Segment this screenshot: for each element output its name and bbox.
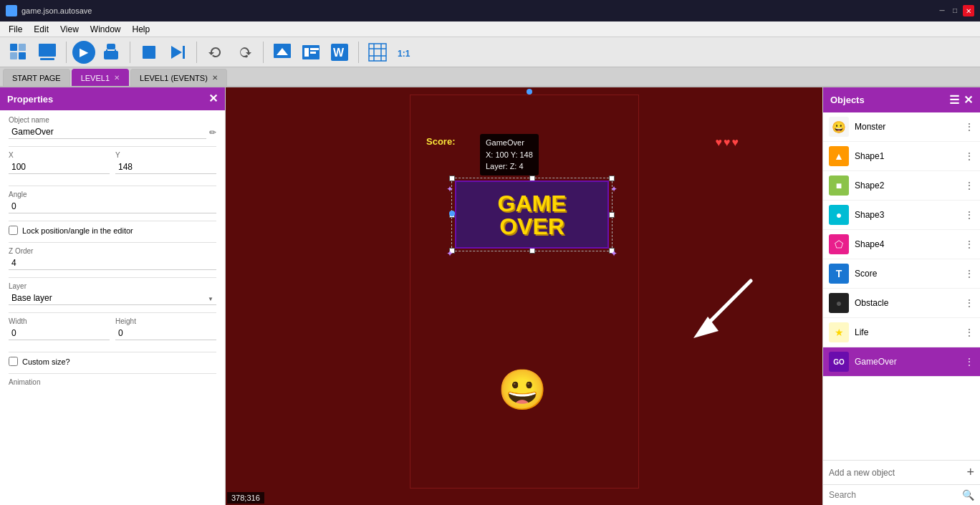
title-bar-left: game.json.autosave — [6, 5, 92, 16]
wh-row: Width Height — [9, 317, 216, 347]
object-item-shape1[interactable]: ▲ Shape1 ⋮ — [823, 142, 980, 171]
angle-input[interactable] — [9, 200, 216, 213]
blue-side-handle[interactable] — [449, 211, 455, 216]
handle-bm[interactable] — [529, 248, 535, 254]
object-menu-score[interactable]: ⋮ — [964, 268, 974, 279]
object-item-shape3[interactable]: ● Shape3 ⋮ — [823, 201, 980, 230]
object-item-obstacle[interactable]: ● Obstacle ⋮ — [823, 289, 980, 318]
wiki-button[interactable]: W — [327, 39, 352, 65]
main-layout: Properties ✕ Object name ✏ X Y — [0, 87, 980, 505]
divider-2 — [9, 186, 216, 186]
objects-close-icon[interactable]: ✕ — [964, 93, 973, 107]
tooltip-xy: X: 100 Y: 148 — [486, 149, 533, 161]
maximize-button[interactable]: □ — [950, 5, 960, 15]
toolbar-separator-2 — [130, 42, 130, 63]
object-menu-shape1[interactable]: ⋮ — [964, 150, 974, 162]
object-menu-shape4[interactable]: ⋮ — [964, 239, 974, 250]
stop-button[interactable] — [136, 39, 162, 65]
width-input[interactable] — [9, 327, 110, 340]
handle-tr[interactable] — [609, 175, 615, 181]
scale-button[interactable]: 1:1 — [393, 39, 419, 65]
object-menu-shape2[interactable]: ⋮ — [964, 180, 974, 191]
divider-8 — [9, 373, 216, 374]
object-name-input[interactable] — [9, 125, 206, 139]
object-menu-obstacle[interactable]: ⋮ — [964, 297, 974, 309]
lock-checkbox[interactable] — [9, 226, 18, 235]
angle-group: Angle — [9, 191, 216, 213]
object-name-shape4: Shape4 — [855, 239, 959, 249]
svg-text:W: W — [333, 47, 345, 59]
tab-start-page[interactable]: START PAGE — [3, 69, 70, 86]
zorder-input[interactable] — [9, 256, 216, 270]
object-item-gameover[interactable]: GO GameOver ⋮ — [823, 347, 980, 377]
menu-edit[interactable]: Edit — [28, 23, 54, 36]
x-input[interactable] — [9, 160, 110, 174]
svg-rect-4 — [39, 44, 56, 57]
object-menu-gameover[interactable]: ⋮ — [964, 356, 974, 367]
custom-size-checkbox[interactable] — [9, 357, 18, 366]
grid-button[interactable] — [365, 39, 390, 65]
publish-button[interactable] — [269, 39, 295, 65]
object-icon-shape3: ● — [829, 205, 849, 225]
debug-button[interactable] — [98, 39, 124, 65]
tab-level1-close[interactable]: ✕ — [114, 74, 120, 82]
tab-level1-label: LEVEL1 — [81, 74, 110, 82]
toolbar-separator-5 — [358, 42, 359, 63]
minimize-button[interactable]: ─ — [937, 5, 947, 15]
edit-icon[interactable]: ✏ — [209, 128, 216, 138]
score-label: Score: — [426, 136, 455, 147]
y-label: Y — [115, 151, 216, 159]
canvas-area[interactable]: Score: GameOver X: 100 Y: 148 Layer: Z: … — [226, 87, 822, 505]
resources-button[interactable] — [298, 39, 324, 65]
svg-text:1:1: 1:1 — [398, 49, 410, 59]
menu-view[interactable]: View — [54, 23, 85, 36]
objects-filter-icon[interactable]: ☰ — [949, 93, 959, 107]
tooltip-name: GameOver — [486, 137, 533, 149]
undo-button[interactable] — [203, 39, 229, 65]
project-manager-button[interactable] — [6, 39, 32, 65]
objects-panel: Objects ☰ ✕ 😀 Monster ⋮ ▲ Shape1 ⋮ ■ Sha — [822, 87, 980, 505]
object-item-shape2[interactable]: ■ Shape2 ⋮ — [823, 171, 980, 201]
object-menu-life[interactable]: ⋮ — [964, 327, 974, 338]
lock-row: Lock position/angle in the editor — [9, 226, 216, 235]
close-button[interactable]: ✕ — [963, 5, 974, 16]
object-icon-shape1: ▲ — [829, 146, 849, 166]
menu-window[interactable]: Window — [85, 23, 127, 36]
object-icon-shape2: ■ — [829, 175, 849, 196]
x-group: X — [9, 151, 110, 174]
search-input[interactable] — [829, 490, 958, 500]
height-input[interactable] — [115, 327, 216, 340]
object-name-shape2: Shape2 — [855, 181, 959, 191]
blue-top-handle[interactable] — [527, 89, 532, 95]
object-item-life[interactable]: ★ Life ⋮ — [823, 318, 980, 347]
layer-select[interactable]: Base layer — [9, 292, 216, 305]
object-icon-life: ★ — [829, 322, 849, 342]
step-button[interactable] — [165, 39, 191, 65]
menu-help[interactable]: Help — [127, 23, 156, 36]
divider-5 — [9, 277, 216, 278]
handle-mr[interactable] — [609, 212, 615, 218]
tab-level1-events-close[interactable]: ✕ — [212, 74, 218, 82]
menu-file[interactable]: File — [3, 23, 28, 36]
tab-level1[interactable]: LEVEL1 ✕ — [72, 69, 129, 86]
properties-content: Object name ✏ X Y — [0, 110, 225, 505]
svg-rect-0 — [10, 44, 17, 51]
object-menu-monster[interactable]: ⋮ — [964, 121, 974, 133]
properties-close-button[interactable]: ✕ — [208, 93, 218, 105]
scene-editor-button[interactable] — [34, 39, 60, 65]
object-item-score[interactable]: T Score ⋮ — [823, 259, 980, 289]
object-menu-shape3[interactable]: ⋮ — [964, 209, 974, 221]
y-input[interactable] — [115, 160, 216, 174]
object-item-shape4[interactable]: ⬠ Shape4 ⋮ — [823, 230, 980, 259]
handle-tl[interactable] — [449, 175, 455, 181]
add-object-row[interactable]: Add a new object + — [823, 460, 980, 484]
redo-button[interactable] — [231, 39, 257, 65]
play-button[interactable]: ▶ — [72, 41, 95, 64]
height-label: Height — [115, 317, 216, 325]
deco-bottomright: ✦ — [610, 249, 618, 259]
object-item-monster[interactable]: 😀 Monster ⋮ — [823, 112, 980, 142]
tab-level1-events[interactable]: LEVEL1 (EVENTS) ✕ — [130, 69, 227, 86]
title-bar: game.json.autosave ─ □ ✕ — [0, 0, 980, 21]
zorder-label: Z Order — [9, 247, 216, 255]
svg-rect-12 — [183, 46, 185, 59]
